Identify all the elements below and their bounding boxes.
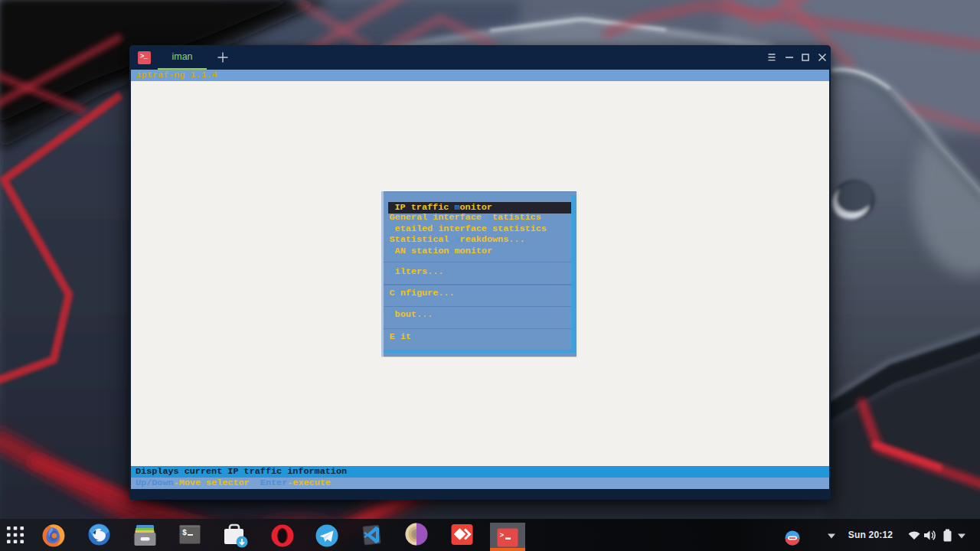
svg-text:>: > <box>500 531 505 540</box>
svg-text:$: $ <box>182 529 187 537</box>
